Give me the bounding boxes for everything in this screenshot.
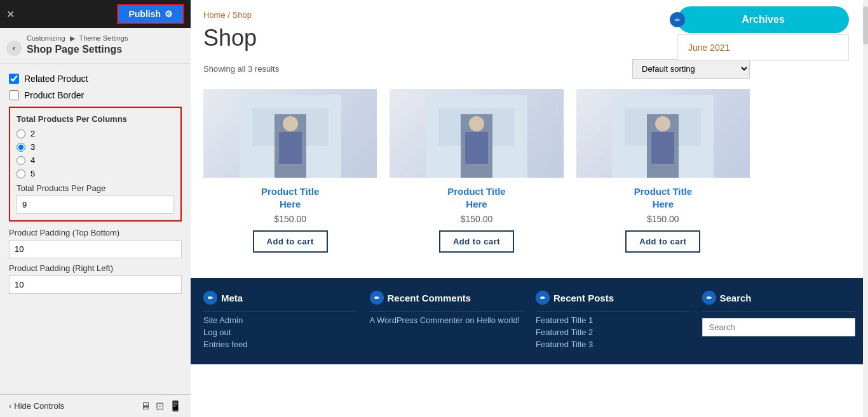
footer-search-edit-icon[interactable]: ✏	[702, 291, 716, 305]
add-to-cart-button-1[interactable]: Add to cart	[253, 230, 328, 253]
footer-post-link-3[interactable]: Featured Title 3	[536, 340, 689, 349]
product-price-3: $150.00	[647, 214, 679, 224]
footer-meta-link-2[interactable]: Log out	[203, 328, 357, 337]
column-4-radio[interactable]	[17, 156, 25, 165]
footer-posts-divider	[536, 311, 689, 312]
breadcrumb-sep: /	[227, 10, 232, 20]
svg-rect-14	[651, 132, 674, 164]
padding-right-left-input[interactable]	[9, 275, 182, 294]
scroll-thumb[interactable]	[863, 6, 868, 44]
footer-meta-link-3[interactable]: Entries feed	[203, 340, 357, 349]
product-image-1	[203, 89, 377, 178]
footer-post-link-2[interactable]: Featured Title 2	[536, 328, 689, 337]
sort-select[interactable]: Default sorting Sort by popularity Sort …	[632, 59, 750, 79]
footer-meta-title: ✏ Meta	[203, 291, 357, 305]
breadcrumb-nav: Home / Shop	[203, 10, 750, 20]
padding-top-bottom-input[interactable]	[9, 240, 182, 258]
columns-section-label: Total Products Per Columns	[17, 114, 174, 124]
results-text: Showing all 3 results	[203, 64, 279, 74]
main-content: Home / Shop Shop Showing all 3 results D…	[191, 0, 763, 278]
svg-point-8	[469, 116, 484, 131]
related-product-checkbox[interactable]	[9, 74, 19, 84]
footer-meta-divider	[203, 311, 357, 312]
svg-rect-4	[279, 132, 302, 164]
bottom-bar: ‹ Hide Controls 🖥 ⊡ 📱	[0, 394, 191, 417]
archives-body: June 2021	[677, 34, 849, 61]
svg-rect-9	[465, 132, 488, 164]
product-border-checkbox[interactable]	[9, 90, 19, 100]
related-product-label: Related Product	[24, 74, 88, 84]
results-row: Showing all 3 results Default sorting So…	[203, 59, 750, 79]
footer-recent-posts: ✏ Recent Posts Featured Title 1 Featured…	[536, 291, 689, 352]
product-title-2: Product Title Here	[447, 185, 505, 210]
svg-point-13	[655, 116, 670, 131]
right-area: Home / Shop Shop Showing all 3 results D…	[191, 0, 868, 417]
footer-comments-edit-icon[interactable]: ✏	[370, 291, 384, 305]
close-button[interactable]: ✕	[6, 8, 15, 20]
breadcrumb-text: Customizing ▶ Theme Settings	[27, 34, 131, 43]
footer-comments-divider	[370, 311, 524, 312]
breadcrumb-home-link[interactable]: Home	[203, 10, 226, 20]
column-2-label: 2	[31, 129, 35, 138]
archives-month: June 2021	[688, 43, 729, 53]
svg-point-3	[283, 116, 298, 131]
padding-right-left-section: Product Padding (Right Left)	[9, 263, 182, 294]
desktop-icon[interactable]: 🖥	[140, 400, 151, 412]
publish-label: Publish	[128, 9, 161, 19]
product-image-3	[576, 89, 750, 178]
footer-area: ✏ Meta Site Admin Log out Entries feed ✏…	[191, 278, 868, 364]
archives-edit-icon[interactable]: ✏	[670, 12, 685, 27]
padding-right-left-label: Product Padding (Right Left)	[9, 263, 182, 273]
hide-controls-arrow: ‹	[9, 401, 11, 411]
per-page-label: Total Products Per Page	[17, 183, 174, 193]
footer-meta: ✏ Meta Site Admin Log out Entries feed	[203, 291, 357, 352]
product-card-1: Product Title Here $150.00 Add to cart	[203, 89, 377, 253]
column-4-label: 4	[31, 156, 35, 165]
padding-top-bottom-section: Product Padding (Top Bottom)	[9, 228, 182, 258]
padding-top-bottom-label: Product Padding (Top Bottom)	[9, 228, 182, 237]
footer-search-divider	[702, 311, 856, 312]
footer-recent-posts-title: ✏ Recent Posts	[536, 291, 689, 305]
product-price-2: $150.00	[461, 214, 493, 224]
breadcrumb-shop: Shop	[233, 10, 252, 20]
footer-posts-edit-icon[interactable]: ✏	[536, 291, 550, 305]
footer-search-title: ✏ Search	[702, 291, 856, 305]
top-bar: ✕ Publish ⚙	[0, 0, 191, 28]
shop-heading: Shop	[203, 25, 750, 51]
per-page-input[interactable]	[17, 195, 174, 214]
footer-meta-link-1[interactable]: Site Admin	[203, 315, 357, 325]
footer-comment-item-1: A WordPress Commenter on Hello world!	[370, 315, 524, 325]
product-title-3: Product Title Here	[634, 185, 692, 210]
scrollbar[interactable]	[863, 0, 868, 417]
product-border-row: Product Border	[9, 90, 182, 100]
hide-controls-button[interactable]: ‹ Hide Controls	[9, 401, 64, 411]
product-border-label: Product Border	[24, 90, 84, 100]
left-panel: ✕ Publish ⚙ ‹ Customizing ▶ Theme Settin…	[0, 0, 191, 417]
column-3-row: 3	[17, 142, 174, 152]
column-3-radio[interactable]	[17, 143, 25, 152]
product-title-1: Product Title Here	[261, 185, 319, 210]
tablet-icon[interactable]: ⊡	[156, 400, 164, 412]
products-grid: Product Title Here $150.00 Add to cart	[203, 89, 750, 253]
mobile-icon[interactable]: 📱	[169, 400, 182, 412]
column-2-row: 2	[17, 129, 174, 138]
device-icons: 🖥 ⊡ 📱	[140, 400, 182, 412]
footer-post-link-1[interactable]: Featured Title 1	[536, 315, 689, 325]
column-2-radio[interactable]	[17, 129, 25, 138]
column-5-radio[interactable]	[17, 169, 25, 178]
page-title: Shop Page Settings	[27, 43, 131, 62]
publish-button[interactable]: Publish ⚙	[117, 4, 184, 24]
footer-search-input[interactable]	[702, 318, 856, 336]
footer-recent-comments-title: ✏ Recent Comments	[370, 291, 524, 305]
archives-title: Archives	[677, 6, 849, 33]
column-4-row: 4	[17, 156, 174, 165]
product-image-2	[390, 89, 563, 178]
footer-meta-edit-icon[interactable]: ✏	[203, 291, 217, 305]
add-to-cart-button-3[interactable]: Add to cart	[625, 230, 700, 253]
column-5-label: 5	[31, 169, 35, 178]
back-button[interactable]: ‹	[6, 41, 22, 56]
add-to-cart-button-2[interactable]: Add to cart	[439, 230, 514, 253]
footer-search: ✏ Search	[702, 291, 856, 352]
product-price-1: $150.00	[274, 214, 306, 224]
product-card-2: Product Title Here $150.00 Add to cart	[390, 89, 563, 253]
